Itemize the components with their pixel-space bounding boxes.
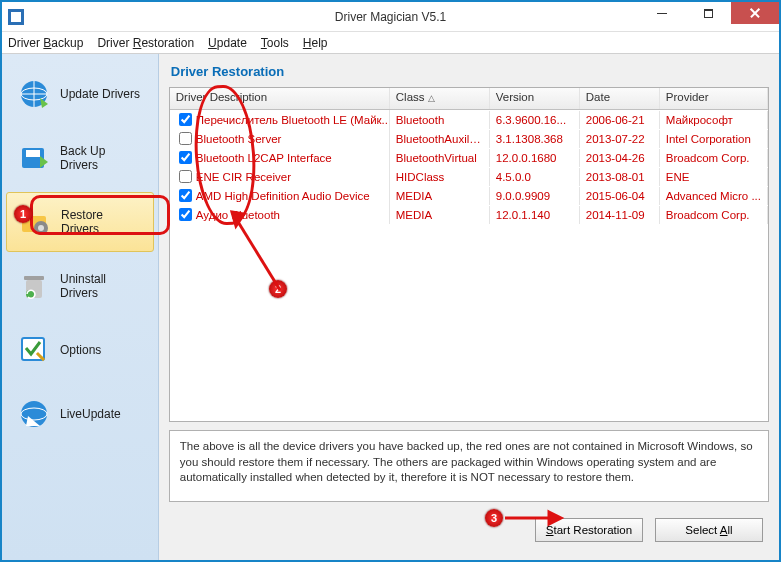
col-provider[interactable]: Provider bbox=[660, 88, 768, 109]
sidebar-item-restore-drivers[interactable]: Restore Drivers bbox=[6, 192, 154, 252]
row-provider: ENE bbox=[660, 168, 768, 186]
col-class[interactable]: Class △ bbox=[390, 88, 490, 109]
row-checkbox[interactable] bbox=[179, 151, 192, 164]
row-provider: Advanced Micro ... bbox=[660, 187, 768, 205]
app-window: Driver Magician V5.1 Driver Backup Drive… bbox=[0, 0, 781, 562]
menu-update[interactable]: Update bbox=[208, 36, 247, 50]
row-description: Bluetooth Server bbox=[196, 133, 282, 145]
row-date: 2013-07-22 bbox=[580, 130, 660, 148]
sidebar-item-options[interactable]: Options bbox=[6, 320, 154, 380]
row-class: MEDIA bbox=[390, 187, 490, 205]
row-provider: Broadcom Corp. bbox=[660, 206, 768, 224]
row-date: 2013-08-01 bbox=[580, 168, 660, 186]
col-date[interactable]: Date bbox=[580, 88, 660, 109]
liveupdate-icon bbox=[18, 398, 50, 430]
window-title: Driver Magician V5.1 bbox=[335, 10, 446, 24]
row-class: HIDClass bbox=[390, 168, 490, 186]
sidebar-item-liveupdate[interactable]: LiveUpdate bbox=[6, 384, 154, 444]
sidebar-item-label: Uninstall Drivers bbox=[60, 272, 142, 300]
svg-rect-6 bbox=[26, 150, 40, 157]
row-class: Bluetooth bbox=[390, 111, 490, 129]
row-version: 4.5.0.0 bbox=[490, 168, 580, 186]
row-version: 3.1.1308.368 bbox=[490, 130, 580, 148]
row-date: 2013-04-26 bbox=[580, 149, 660, 167]
col-version[interactable]: Version bbox=[490, 88, 580, 109]
start-restoration-button[interactable]: Start Restoration bbox=[535, 518, 643, 542]
row-class: BluetoothAuxiliary bbox=[390, 130, 490, 148]
row-description: ENE CIR Receiver bbox=[196, 171, 291, 183]
svg-rect-13 bbox=[24, 276, 44, 280]
row-checkbox[interactable] bbox=[179, 170, 192, 183]
row-provider: Майкрософт bbox=[660, 111, 768, 129]
table-body: Перечислитель Bluetooth LE (Майк...Bluet… bbox=[170, 110, 768, 224]
menu-driver-restoration[interactable]: Driver Restoration bbox=[97, 36, 194, 50]
globe-icon bbox=[18, 78, 50, 110]
row-checkbox[interactable] bbox=[179, 189, 192, 202]
row-class: MEDIA bbox=[390, 206, 490, 224]
footer-buttons: Start Restoration Select All bbox=[169, 510, 769, 550]
info-text: The above is all the device drivers you … bbox=[169, 430, 769, 502]
row-checkbox[interactable] bbox=[179, 113, 192, 126]
row-checkbox[interactable] bbox=[179, 132, 192, 145]
sidebar-item-update-drivers[interactable]: Update Drivers bbox=[6, 64, 154, 124]
menu-bar: Driver Backup Driver Restoration Update … bbox=[2, 32, 779, 54]
row-description: Bluetooth L2CAP Interface bbox=[196, 152, 332, 164]
row-description: Аудио Bluetooth bbox=[196, 209, 280, 221]
row-class: BluetoothVirtual bbox=[390, 149, 490, 167]
close-button[interactable] bbox=[731, 2, 779, 24]
table-row[interactable]: Bluetooth ServerBluetoothAuxiliary3.1.13… bbox=[170, 129, 768, 148]
row-version: 9.0.0.9909 bbox=[490, 187, 580, 205]
table-row[interactable]: ENE CIR ReceiverHIDClass4.5.0.02013-08-0… bbox=[170, 167, 768, 186]
sidebar-item-label: Options bbox=[60, 343, 101, 357]
table-row[interactable]: Аудио BluetoothMEDIA12.0.1.1402014-11-09… bbox=[170, 205, 768, 224]
row-version: 12.0.0.1680 bbox=[490, 149, 580, 167]
panel-title: Driver Restoration bbox=[171, 64, 769, 79]
sidebar-item-uninstall-drivers[interactable]: Uninstall Drivers bbox=[6, 256, 154, 316]
svg-rect-9 bbox=[22, 212, 32, 218]
row-version: 6.3.9600.16... bbox=[490, 111, 580, 129]
table-row[interactable]: AMD High Definition Audio DeviceMEDIA9.0… bbox=[170, 186, 768, 205]
row-version: 12.0.1.140 bbox=[490, 206, 580, 224]
folder-gear-icon bbox=[19, 206, 51, 238]
sidebar-item-label: LiveUpdate bbox=[60, 407, 121, 421]
row-date: 2014-11-09 bbox=[580, 206, 660, 224]
row-description: AMD High Definition Audio Device bbox=[196, 190, 370, 202]
row-provider: Broadcom Corp. bbox=[660, 149, 768, 167]
disk-arrow-icon bbox=[18, 142, 50, 174]
row-date: 2006-06-21 bbox=[580, 111, 660, 129]
sidebar-item-back-up-drivers[interactable]: Back Up Drivers bbox=[6, 128, 154, 188]
table-row[interactable]: Перечислитель Bluetooth LE (Майк...Bluet… bbox=[170, 110, 768, 129]
table-header: Driver Description Class △ Version Date … bbox=[170, 88, 768, 110]
options-icon bbox=[18, 334, 50, 366]
menu-driver-backup[interactable]: Driver Backup bbox=[8, 36, 83, 50]
app-icon bbox=[8, 9, 24, 25]
menu-tools[interactable]: Tools bbox=[261, 36, 289, 50]
col-description[interactable]: Driver Description bbox=[170, 88, 390, 109]
table-row[interactable]: Bluetooth L2CAP InterfaceBluetoothVirtua… bbox=[170, 148, 768, 167]
svg-rect-1 bbox=[11, 12, 21, 22]
sidebar-item-label: Restore Drivers bbox=[61, 208, 141, 236]
row-description: Перечислитель Bluetooth LE (Майк... bbox=[196, 114, 390, 126]
sidebar-item-label: Back Up Drivers bbox=[60, 144, 142, 172]
menu-help[interactable]: Help bbox=[303, 36, 328, 50]
row-checkbox[interactable] bbox=[179, 208, 192, 221]
trash-icon bbox=[18, 270, 50, 302]
svg-point-11 bbox=[38, 225, 44, 231]
sidebar-item-label: Update Drivers bbox=[60, 87, 140, 101]
row-date: 2015-06-04 bbox=[580, 187, 660, 205]
main-panel: Driver Restoration Driver Description Cl… bbox=[159, 54, 779, 560]
minimize-button[interactable] bbox=[639, 2, 685, 24]
driver-table: Driver Description Class △ Version Date … bbox=[169, 87, 769, 422]
window-buttons bbox=[639, 2, 779, 24]
select-all-button[interactable]: Select All bbox=[655, 518, 763, 542]
maximize-button[interactable] bbox=[685, 2, 731, 24]
sort-indicator-icon: △ bbox=[428, 93, 435, 103]
row-provider: Intel Corporation bbox=[660, 130, 768, 148]
sidebar: Update Drivers Back Up Drivers Restore D… bbox=[2, 54, 159, 560]
titlebar: Driver Magician V5.1 bbox=[2, 2, 779, 32]
